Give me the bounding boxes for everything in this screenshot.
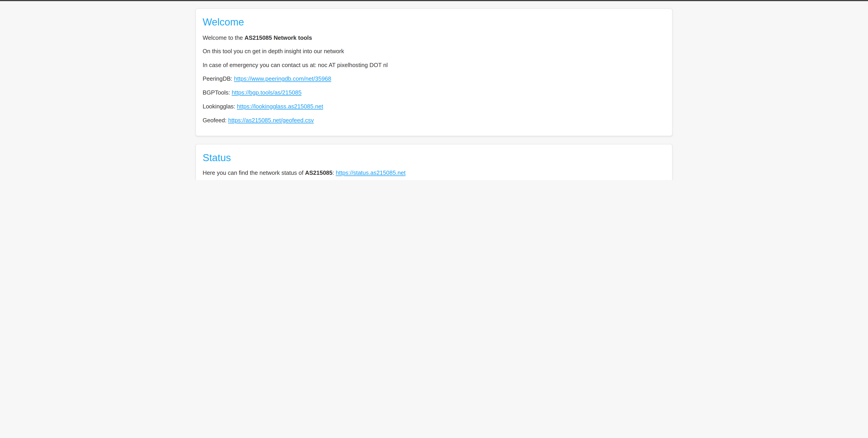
welcome-intro: Welcome to the AS215085 Network tools bbox=[203, 34, 665, 41]
welcome-line3: In case of emergency you can contact us … bbox=[203, 62, 665, 68]
geofeed-link[interactable]: https://as215085.net/geofeed.csv bbox=[228, 117, 314, 123]
bgptools-link[interactable]: https://bgp.tools/as/215085 bbox=[232, 89, 302, 96]
network-status-link[interactable]: https://status.as215085.net bbox=[336, 169, 406, 176]
geofeed-label: Geofeed: bbox=[203, 117, 228, 123]
peeringdb-label: PeeringDB: bbox=[203, 75, 234, 82]
content-column: Welcome Welcome to the AS215085 Network … bbox=[195, 0, 673, 180]
welcome-intro-bold: AS215085 Network tools bbox=[244, 34, 312, 41]
lookingglass-label: Lookingglas: bbox=[203, 103, 237, 110]
welcome-intro-prefix: Welcome to the bbox=[203, 34, 244, 41]
peeringdb-link[interactable]: https://www.peeringdb.com/net/35968 bbox=[234, 75, 331, 82]
welcome-card: Welcome Welcome to the AS215085 Network … bbox=[195, 8, 673, 136]
geofeed-row: Geofeed: https://as215085.net/geofeed.cs… bbox=[203, 117, 665, 123]
welcome-line2: On this tool you cn get in depth insight… bbox=[203, 48, 665, 55]
lookingglass-row: Lookingglas: https://lookingglass.as2150… bbox=[203, 103, 665, 110]
bgptools-row: BGPTools: https://bgp.tools/as/215085 bbox=[203, 89, 665, 96]
network-status-row: Here you can find the network status of … bbox=[203, 169, 665, 177]
network-status-prefix: Here you can find the network status of bbox=[203, 169, 305, 176]
status-card: Status Here you can find the network sta… bbox=[195, 144, 673, 180]
peeringdb-row: PeeringDB: https://www.peeringdb.com/net… bbox=[203, 75, 665, 82]
network-status-bold: AS215085 bbox=[305, 169, 333, 176]
lookingglass-link[interactable]: https://lookingglass.as215085.net bbox=[237, 103, 323, 110]
top-navbar bbox=[0, 0, 868, 1]
page: Welcome Welcome to the AS215085 Network … bbox=[0, 0, 868, 180]
welcome-title: Welcome bbox=[203, 17, 665, 29]
bgptools-label: BGPTools: bbox=[203, 89, 232, 96]
status-title: Status bbox=[203, 152, 665, 164]
